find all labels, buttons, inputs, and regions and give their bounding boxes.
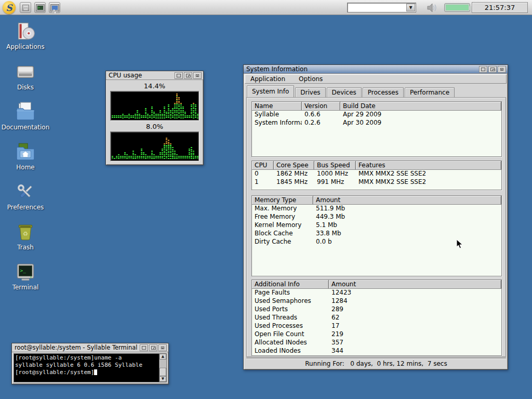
table-cell: 344 <box>329 347 501 355</box>
zoom-button[interactable] <box>479 66 487 73</box>
table-row[interactable]: Block Cache33.8 Mb <box>252 230 501 238</box>
table-row[interactable]: 01862 MHz1000 MHzMMX MMX2 SSE SSE2 <box>252 170 501 178</box>
table-cell: Max. Memory <box>252 205 313 213</box>
led-bar <box>168 104 169 119</box>
depth-button[interactable] <box>149 344 157 351</box>
volume-icon[interactable] <box>426 2 438 14</box>
sysinfo-titlebar[interactable]: System Information <box>244 65 508 74</box>
syllable-logo-icon[interactable]: S <box>3 1 16 14</box>
zoom-button[interactable] <box>140 344 148 351</box>
cpu-table: CPUCore SpeeBus SpeedFeatures01862 MHz10… <box>251 161 502 190</box>
menu-options[interactable]: Options <box>299 75 323 83</box>
tab-devices[interactable]: Devices <box>327 87 362 97</box>
table-row[interactable]: Used Ports289 <box>252 305 501 314</box>
table-cell: Used Ports <box>252 305 329 314</box>
table-row[interactable]: Loaded INodes344 <box>252 347 501 355</box>
column-header[interactable]: Amount <box>329 280 501 288</box>
tab-system-info[interactable]: System Info <box>247 85 294 97</box>
led-bar <box>159 152 161 159</box>
scroll-up-icon[interactable]: ▲ <box>159 354 166 360</box>
led-bar <box>153 112 155 119</box>
column-header[interactable]: Bus Speed <box>314 161 356 169</box>
close-button[interactable] <box>158 344 167 351</box>
table-row[interactable]: Used Processes17 <box>252 322 501 330</box>
table-row[interactable]: Syllable0.6.6Apr 29 2009 <box>252 111 501 119</box>
zoom-button[interactable] <box>175 72 183 79</box>
depth-button[interactable] <box>184 72 192 79</box>
led-bar <box>126 115 128 119</box>
column-header[interactable]: CPU <box>252 161 274 169</box>
close-button[interactable] <box>498 66 506 73</box>
table-cell: 5.1 Mb <box>313 221 501 230</box>
led-bar <box>137 110 138 119</box>
cpu-window-titlebar[interactable]: CPU usage <box>106 71 203 80</box>
menu-application[interactable]: Application <box>250 75 285 83</box>
desktop-icon-trash[interactable]: ♻ Trash <box>1 221 50 251</box>
home-icon <box>15 141 36 163</box>
led-bar <box>130 156 132 159</box>
window-chip-icon[interactable] <box>20 2 31 13</box>
table-row[interactable]: Dirty Cache0.0 b <box>252 238 501 246</box>
terminal-line: [root@syllable:/system]uname -a <box>15 354 122 361</box>
led-bar <box>174 103 176 119</box>
column-header[interactable]: Memory Type <box>252 196 313 204</box>
led-bar <box>174 151 176 160</box>
column-header[interactable]: Additional Info <box>252 280 329 288</box>
column-header[interactable]: Build Date <box>340 102 501 110</box>
led-bar <box>132 115 134 119</box>
table-row[interactable]: Allocated INodes357 <box>252 339 501 347</box>
table-row[interactable]: Used Semaphores1284 <box>252 297 501 305</box>
chevron-down-icon[interactable]: ▼ <box>406 4 415 11</box>
table-cell: 0 <box>252 170 274 178</box>
led-bar <box>166 112 167 119</box>
table-row[interactable]: Kernel Memory5.1 Mb <box>252 221 501 230</box>
desktop-icon-preferences[interactable]: Preferences <box>1 181 50 211</box>
table-cell: Used Semaphores <box>252 297 329 305</box>
column-header[interactable]: Name <box>252 102 302 110</box>
desktop-icon-home[interactable]: Home <box>1 141 50 171</box>
led-bar <box>112 115 113 119</box>
close-button[interactable] <box>193 72 202 79</box>
led-bar <box>187 115 188 119</box>
tab-drives[interactable]: Drives <box>295 87 325 97</box>
desktop-icon-disks[interactable]: Disks <box>1 61 50 91</box>
table-cell: 1284 <box>329 297 501 305</box>
tab-performance[interactable]: Performance <box>405 87 455 97</box>
window-title: CPU usage <box>109 72 142 79</box>
desktop-icon-terminal[interactable]: >_ Terminal <box>1 261 50 291</box>
column-header[interactable]: Features <box>356 161 501 169</box>
column-header[interactable]: Amount <box>313 196 501 204</box>
led-bar <box>191 104 192 119</box>
table-row[interactable]: System Informat0.2.6Apr 30 2009 <box>252 119 501 127</box>
led-bar <box>120 156 122 159</box>
desktop-icon-documentation[interactable]: Documentation <box>1 101 50 131</box>
scroll-down-icon[interactable]: ▼ <box>159 376 166 382</box>
terminal-titlebar[interactable]: root@syllable:/system - Syllable Termina… <box>12 343 168 352</box>
led-bar <box>130 115 132 119</box>
column-header[interactable]: Version <box>302 102 340 110</box>
terminal-window: root@syllable:/system - Syllable Termina… <box>11 343 169 384</box>
table-row[interactable]: Used Threads62 <box>252 314 501 322</box>
table-row[interactable]: Page Faults12423 <box>252 289 501 297</box>
led-bar <box>122 156 124 159</box>
table-cell: 12423 <box>329 289 501 297</box>
terminal-launcher-icon[interactable]: > <box>34 2 46 13</box>
terminal-screen[interactable]: [root@syllable:/system]uname -a syllable… <box>14 353 167 382</box>
column-header[interactable]: Core Spee <box>274 161 314 169</box>
table-row[interactable]: 11845 MHz991 MHzMMX MMX2 SSE SSE2 <box>252 178 501 187</box>
tab-processes[interactable]: Processes <box>363 87 404 97</box>
table-row[interactable]: Max. Memory511.9 Mb <box>252 205 501 213</box>
led-bar <box>172 147 174 160</box>
table-row[interactable]: Open File Count219 <box>252 330 501 339</box>
table-cell: Open File Count <box>252 330 329 339</box>
table-row[interactable]: Free Memory449.3 Mb <box>252 213 501 221</box>
terminal-scrollbar[interactable]: ▲ ▼ <box>159 354 166 382</box>
depth-button[interactable] <box>488 66 497 73</box>
led-bar <box>187 156 188 159</box>
desktop-icon-applications[interactable]: Applications <box>1 21 50 50</box>
monitor-pulse-icon[interactable] <box>49 2 60 13</box>
taskbar-combobox[interactable]: ▼ <box>347 3 416 12</box>
table-cell: 1 <box>252 178 274 187</box>
led-bar <box>120 115 122 119</box>
scrollbar-thumb[interactable] <box>159 368 166 376</box>
